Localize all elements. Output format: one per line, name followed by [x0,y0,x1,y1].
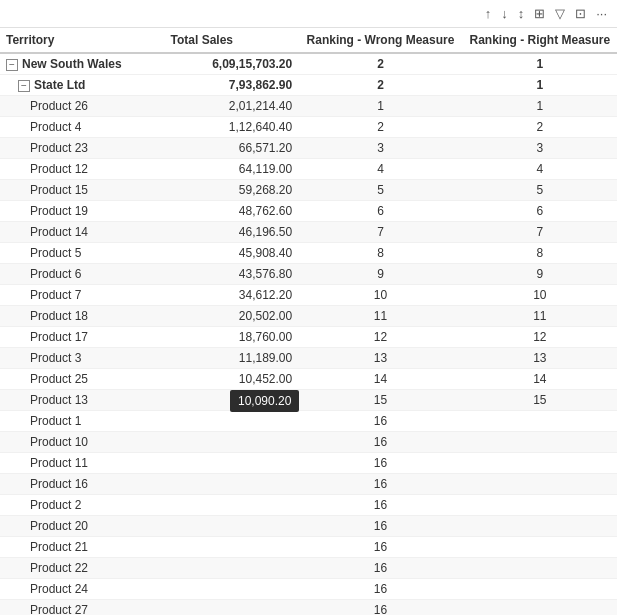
table-row: Product 1310,090.201515 [0,390,617,411]
cell-rank-wrong: 4 [298,159,463,180]
row-label: Product 24 [30,582,88,596]
table-row: Product 116 [0,411,617,432]
cell-rank-right: 12 [463,327,617,348]
cell-rank-right [463,537,617,558]
col-header-sales[interactable]: Total Sales [165,28,299,53]
col-header-ranking-right[interactable]: Ranking - Right Measure [463,28,617,53]
row-label: Product 27 [30,603,88,615]
cell-sales [165,432,299,453]
row-label: Product 5 [30,246,81,260]
row-label: Product 26 [30,99,88,113]
col-header-ranking-wrong[interactable]: Ranking - Wrong Measure [298,28,463,53]
cell-rank-wrong: 11 [298,306,463,327]
table-row: Product 2416 [0,579,617,600]
cell-rank-wrong: 9 [298,264,463,285]
cell-territory: Product 22 [0,558,165,579]
sort-asc-icon[interactable]: ↑ [483,4,494,23]
row-label: Product 16 [30,477,88,491]
row-label: Product 13 [30,393,88,407]
cell-rank-wrong: 10 [298,285,463,306]
table-row: Product 1820,502.001111 [0,306,617,327]
row-label: Product 25 [30,372,88,386]
collapse-icon[interactable]: − [6,59,18,71]
cell-rank-right [463,453,617,474]
cell-rank-right: 2 [463,117,617,138]
table-row: Product 2716 [0,600,617,616]
row-label: Product 6 [30,267,81,281]
cell-territory: Product 10 [0,432,165,453]
row-label: Product 15 [30,183,88,197]
cell-territory: Product 24 [0,579,165,600]
cell-sales: 18,760.00 [165,327,299,348]
table-row: Product 1559,268.2055 [0,180,617,201]
more-icon[interactable]: ··· [594,4,609,23]
row-label: Product 22 [30,561,88,575]
table-row: Product 1116 [0,453,617,474]
row-label: Product 23 [30,141,88,155]
table-row: Product 2366,571.2033 [0,138,617,159]
cell-sales [165,495,299,516]
collapse-icon[interactable]: − [18,80,30,92]
table-row: Product 643,576.8099 [0,264,617,285]
table-container[interactable]: Territory Total Sales Ranking - Wrong Me… [0,28,617,615]
cell-rank-wrong: 8 [298,243,463,264]
cell-rank-wrong: 6 [298,201,463,222]
cell-rank-right: 1 [463,96,617,117]
table-row: Product 1016 [0,432,617,453]
table-row: Product 1718,760.001212 [0,327,617,348]
sort-both-icon[interactable]: ↕ [516,4,527,23]
cell-rank-wrong: 12 [298,327,463,348]
table-row: Product 262,01,214.4011 [0,96,617,117]
toolbar: ↑ ↓ ↕ ⊞ ▽ ⊡ ··· [0,0,617,28]
expand-icon[interactable]: ⊞ [532,4,547,23]
cell-rank-wrong: 14 [298,369,463,390]
cell-rank-wrong: 1 [298,96,463,117]
cell-territory: Product 12 [0,159,165,180]
row-label: State Ltd [34,78,85,92]
cell-territory: Product 4 [0,117,165,138]
table-row: Product 545,908.4088 [0,243,617,264]
cell-rank-wrong: 2 [298,53,463,75]
cell-sales: 45,908.40 [165,243,299,264]
table-row: Product 216 [0,495,617,516]
sort-desc-icon[interactable]: ↓ [499,4,510,23]
row-label: Product 19 [30,204,88,218]
cell-sales: 59,268.20 [165,180,299,201]
row-label: Product 2 [30,498,81,512]
row-label: Product 18 [30,309,88,323]
row-label: New South Wales [22,57,122,71]
table-row: Product 1446,196.5077 [0,222,617,243]
filter-icon[interactable]: ▽ [553,4,567,23]
cell-rank-right: 11 [463,306,617,327]
grid-icon[interactable]: ⊡ [573,4,588,23]
cell-rank-right: 8 [463,243,617,264]
row-label: Product 12 [30,162,88,176]
cell-territory: Product 1 [0,411,165,432]
table-row: Product 1264,119.0044 [0,159,617,180]
cell-rank-right [463,516,617,537]
cell-territory: −New South Wales [0,53,165,75]
cell-territory: Product 25 [0,369,165,390]
cell-sales: 43,576.80 [165,264,299,285]
cell-territory: Product 5 [0,243,165,264]
cell-rank-wrong: 16 [298,579,463,600]
cell-rank-wrong: 13 [298,348,463,369]
cell-rank-right [463,600,617,616]
cell-territory: −State Ltd [0,75,165,96]
cell-rank-right: 1 [463,75,617,96]
row-label: Product 1 [30,414,81,428]
cell-sales [165,558,299,579]
table-row: Product 2510,452.001414 [0,369,617,390]
cell-sales [165,474,299,495]
cell-sales [165,411,299,432]
cell-sales: 34,612.20 [165,285,299,306]
cell-rank-wrong: 16 [298,516,463,537]
cell-sales: 66,571.20 [165,138,299,159]
col-header-territory[interactable]: Territory [0,28,165,53]
cell-rank-wrong: 7 [298,222,463,243]
cell-rank-right: 6 [463,201,617,222]
table-row: Product 1616 [0,474,617,495]
cell-rank-right: 14 [463,369,617,390]
cell-rank-right: 13 [463,348,617,369]
cell-rank-right [463,432,617,453]
